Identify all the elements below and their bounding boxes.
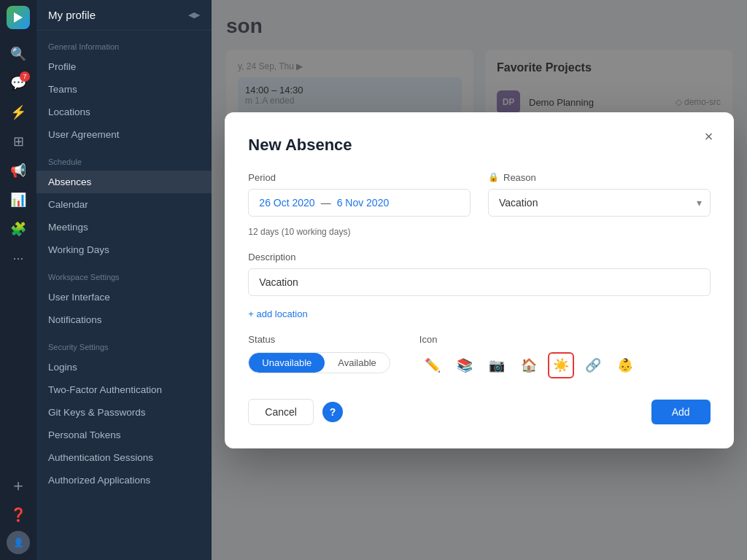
icon-bar: 🔍 💬 7 ⚡ ⊞ 📢 📊 🧩 ··· ＋ ❓ 👤 [0, 0, 36, 560]
nav-puzzle[interactable]: 🧩 [5, 216, 31, 242]
icon-sun[interactable]: ☀️ [548, 352, 574, 378]
icon-options: ✏️ 📚 📷 🏠 ☀️ 🔗 👶 [419, 352, 638, 378]
nav-add[interactable]: ＋ [5, 472, 31, 499]
modal-overlay[interactable]: × New Absence Period 26 Oct 2020 — 6 Nov… [212, 0, 747, 560]
period-field: Period 26 Oct 2020 — 6 Nov 2020 12 days … [248, 172, 471, 237]
icon-group: Icon ✏️ 📚 📷 🏠 ☀️ 🔗 👶 [419, 334, 638, 378]
sidebar-item-user-agreement[interactable]: User Agreement [36, 123, 212, 146]
sidebar-item-locations[interactable]: Locations [36, 101, 212, 123]
status-unavailable[interactable]: Unavailable [249, 353, 325, 373]
sidebar: My profile ◀▶ General Information Profil… [36, 0, 212, 560]
sidebar-item-two-factor[interactable]: Two-Factor Authentication [36, 378, 212, 401]
sidebar-item-personal-tokens[interactable]: Personal Tokens [36, 424, 212, 446]
main-content: son y, 24 Sep, Thu ▶ 14:00 – 14:30 m 1.A… [212, 0, 747, 560]
sidebar-toggle[interactable]: ◀▶ [188, 10, 200, 20]
nav-search[interactable]: 🔍 [5, 41, 31, 67]
sidebar-item-profile[interactable]: Profile [36, 55, 212, 78]
sidebar-item-authorized-apps[interactable]: Authorized Applications [36, 469, 212, 491]
sidebar-header: My profile ◀▶ [36, 0, 212, 31]
sidebar-item-calendar[interactable]: Calendar [36, 193, 212, 216]
sidebar-item-git-keys[interactable]: Git Keys & Passwords [36, 401, 212, 424]
description-input[interactable] [248, 268, 710, 296]
modal-close-button[interactable]: × [699, 127, 719, 147]
icon-books[interactable]: 📚 [452, 352, 478, 378]
status-available[interactable]: Available [325, 353, 390, 373]
reason-select[interactable]: Vacation Sick Leave Personal Other [488, 189, 711, 217]
status-icon-row: Status Unavailable Available Icon ✏️ 📚 📷 [248, 334, 710, 378]
sidebar-item-logins[interactable]: Logins [36, 356, 212, 378]
section-label-security: Security Settings [36, 331, 212, 356]
icon-link[interactable]: 🔗 [580, 352, 606, 378]
description-field: Description [248, 252, 710, 296]
add-button[interactable]: Add [651, 400, 711, 424]
status-toggle: Unavailable Available [248, 352, 390, 373]
app-logo[interactable] [7, 6, 30, 29]
modal-title: New Absence [248, 136, 710, 155]
reason-select-wrapper: Vacation Sick Leave Personal Other ▾ [488, 189, 711, 217]
status-label: Status [248, 334, 390, 345]
duration-text: 12 days (10 working days) [248, 227, 471, 237]
sidebar-item-meetings[interactable]: Meetings [36, 216, 212, 238]
nav-chart[interactable]: 📊 [5, 187, 31, 213]
cancel-button[interactable]: Cancel [248, 399, 314, 425]
date-start: 26 Oct 2020 [259, 197, 314, 209]
section-label-schedule: Schedule [36, 146, 212, 171]
new-absence-modal: × New Absence Period 26 Oct 2020 — 6 Nov… [225, 112, 733, 448]
icon-home[interactable]: 🏠 [516, 352, 542, 378]
svg-marker-0 [14, 12, 23, 23]
reason-field: 🔒 Reason Vacation Sick Leave Personal Ot… [488, 172, 711, 237]
nav-chat[interactable]: 💬 7 [5, 70, 31, 96]
sidebar-item-notifications[interactable]: Notifications [36, 308, 212, 331]
chat-badge: 7 [20, 71, 30, 82]
nav-megaphone[interactable]: 📢 [5, 158, 31, 184]
sidebar-item-working-days[interactable]: Working Days [36, 238, 212, 261]
nav-more[interactable]: ··· [5, 245, 31, 271]
date-end: 6 Nov 2020 [337, 197, 390, 209]
date-separator: — [321, 197, 331, 209]
period-reason-row: Period 26 Oct 2020 — 6 Nov 2020 12 days … [248, 172, 710, 237]
period-label: Period [248, 172, 471, 183]
nav-help[interactable]: ❓ [5, 502, 31, 528]
nav-activity[interactable]: ⚡ [5, 99, 31, 125]
sidebar-item-absences[interactable]: Absences [36, 171, 212, 193]
modal-footer: Cancel ? Add [248, 399, 710, 425]
section-label-general: General Information [36, 31, 212, 55]
nav-avatar[interactable]: 👤 [7, 531, 30, 554]
sidebar-profile-label: My profile [48, 9, 96, 21]
icon-label: Icon [419, 334, 638, 345]
description-label: Description [248, 252, 710, 262]
reason-label: 🔒 Reason [488, 172, 711, 183]
icon-baby[interactable]: 👶 [612, 352, 638, 378]
add-location-link[interactable]: + add location [248, 308, 307, 319]
nav-grid[interactable]: ⊞ [5, 128, 31, 155]
icon-pen[interactable]: ✏️ [419, 352, 446, 378]
sidebar-item-auth-sessions[interactable]: Authentication Sessions [36, 446, 212, 469]
icon-camera[interactable]: 📷 [484, 352, 510, 378]
help-button[interactable]: ? [322, 402, 343, 422]
sidebar-item-user-interface[interactable]: User Interface [36, 286, 212, 308]
section-label-workspace: Workspace Settings [36, 261, 212, 286]
footer-left: Cancel ? [248, 399, 343, 425]
sidebar-item-teams[interactable]: Teams [36, 78, 212, 101]
date-range-picker[interactable]: 26 Oct 2020 — 6 Nov 2020 [248, 189, 471, 217]
status-group: Status Unavailable Available [248, 334, 390, 378]
